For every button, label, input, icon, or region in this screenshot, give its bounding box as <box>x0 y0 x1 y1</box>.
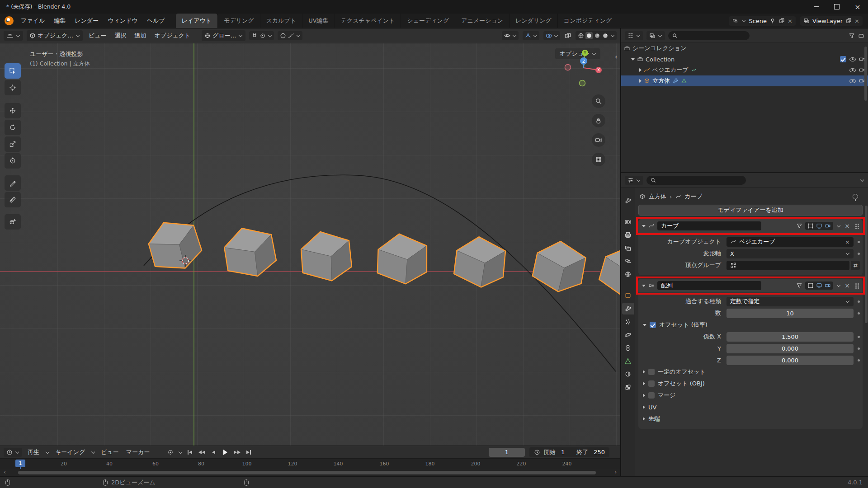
record-button[interactable] <box>166 448 175 456</box>
visibility-chevron-icon[interactable] <box>513 33 516 37</box>
tab-physics-icon[interactable] <box>622 329 634 341</box>
menu-help[interactable]: ヘルプ <box>142 14 170 28</box>
invert-vertex-group-icon[interactable]: ⇄ <box>851 261 860 270</box>
add-cube-tool[interactable] <box>5 214 21 230</box>
modifier-extras-chevron-icon[interactable] <box>837 224 840 227</box>
factor-y-field[interactable]: 0.000 <box>726 344 854 353</box>
breadcrumb-modifier[interactable]: カーブ <box>684 192 703 201</box>
sidebar-toggle-icon[interactable]: ‹ <box>615 53 618 61</box>
relative-offset-section[interactable]: オフセット (倍率) <box>638 319 860 331</box>
outliner-row-scene-collection[interactable]: シーンコレクション <box>621 43 868 54</box>
editor-type-selector[interactable] <box>4 31 23 41</box>
maximize-button[interactable] <box>826 0 847 14</box>
unlink-scene-icon[interactable]: × <box>788 18 793 24</box>
shading-wireframe-icon[interactable] <box>577 32 585 39</box>
array-modifier-header[interactable]: 配列 × <box>638 279 863 292</box>
jump-to-start-button[interactable] <box>185 448 194 456</box>
jump-to-end-button[interactable] <box>244 448 253 456</box>
shading-rendered-icon[interactable] <box>602 32 609 39</box>
overlays-icon[interactable] <box>545 32 552 39</box>
camera-view-icon[interactable] <box>592 133 605 147</box>
annotate-tool[interactable] <box>5 175 21 191</box>
outliner-row-cube[interactable]: 立方体 <box>621 75 868 86</box>
proportional-edit-icon[interactable] <box>279 32 287 39</box>
falloff-chevron-icon[interactable] <box>297 33 300 37</box>
tab-modifiers-icon[interactable] <box>622 303 634 314</box>
outliner-row-collection[interactable]: Collection <box>621 54 868 65</box>
outliner-scrollbar[interactable] <box>864 47 867 101</box>
modifier-name-field[interactable]: カーブ <box>657 221 761 230</box>
properties-filter-chevron-icon[interactable] <box>860 178 864 181</box>
gizmos-chevron-icon[interactable] <box>533 33 537 37</box>
tab-output-icon[interactable] <box>622 229 634 241</box>
rotate-tool[interactable] <box>5 120 21 135</box>
overlays-chevron-icon[interactable] <box>554 33 558 37</box>
collection-checkbox[interactable] <box>840 56 846 62</box>
new-collection-icon[interactable] <box>858 33 864 39</box>
tab-particles-icon[interactable] <box>622 316 634 328</box>
timeline-menu-keying[interactable]: キーイング <box>53 448 87 456</box>
shading-chevron-icon[interactable] <box>611 33 614 37</box>
expand-chevron-icon[interactable] <box>639 68 642 72</box>
modifier-delete-icon[interactable]: × <box>844 222 850 230</box>
animate-dot[interactable] <box>858 253 860 255</box>
scroll-right-icon[interactable]: › <box>614 469 617 475</box>
add-modifier-button[interactable]: モディファイアーを追加 <box>638 205 863 216</box>
animate-dot[interactable] <box>858 347 860 350</box>
deform-axis-dropdown[interactable]: X <box>726 249 854 258</box>
edit-mode-display-icon[interactable] <box>807 223 814 229</box>
shading-material-icon[interactable] <box>594 32 601 39</box>
clear-object-icon[interactable]: × <box>845 239 850 245</box>
pin-icon[interactable] <box>769 18 776 24</box>
play-reverse-button[interactable] <box>209 448 218 456</box>
tab-rendering[interactable]: レンダリング <box>509 14 557 28</box>
end-frame-value[interactable]: 250 <box>594 449 605 455</box>
viewport-menu-view[interactable]: ビュー <box>86 32 109 40</box>
hide-viewport-icon[interactable] <box>849 57 856 61</box>
tab-compositing[interactable]: コンポジティング <box>557 14 618 28</box>
animate-dot[interactable] <box>858 359 860 361</box>
gizmos-icon[interactable] <box>524 32 532 39</box>
shading-solid-icon[interactable] <box>585 32 593 39</box>
realtime-display-icon[interactable] <box>816 282 822 289</box>
scale-tool[interactable] <box>5 136 21 152</box>
render-display-icon[interactable] <box>825 282 831 289</box>
transform-tool[interactable] <box>5 153 21 169</box>
object-offset-section[interactable]: オフセット (OBJ) <box>638 378 860 389</box>
outliner-search-input[interactable] <box>668 31 750 40</box>
animate-dot[interactable] <box>858 312 860 314</box>
playhead-marker[interactable]: 1 <box>15 460 25 467</box>
expand-chevron-icon[interactable] <box>639 79 642 83</box>
section-chevron-icon[interactable] <box>643 324 646 326</box>
pin-icon[interactable] <box>853 194 858 199</box>
properties-scrollbar[interactable] <box>865 206 868 323</box>
tab-object-icon[interactable] <box>622 290 634 301</box>
hide-viewport-icon[interactable] <box>849 68 856 72</box>
tab-world-icon[interactable] <box>622 268 634 280</box>
timeline-menu-marker[interactable]: マーカー <box>124 448 152 456</box>
modifier-drag-handle[interactable] <box>855 223 859 229</box>
close-button[interactable]: × <box>847 0 868 14</box>
menu-file[interactable]: ファイル <box>16 14 49 28</box>
blender-logo-icon[interactable] <box>5 16 14 25</box>
vertex-filter-icon[interactable] <box>796 282 802 289</box>
start-frame-value[interactable]: 1 <box>561 449 565 455</box>
curve-modifier-header[interactable]: カーブ × <box>638 219 863 233</box>
navigation-gizmo[interactable]: Y Z X <box>563 47 604 88</box>
timeline-editor-selector[interactable] <box>4 448 22 457</box>
new-viewlayer-icon[interactable] <box>845 18 852 24</box>
animate-dot[interactable] <box>858 300 860 303</box>
section-chevron-icon[interactable] <box>643 405 645 409</box>
timeline-scrollbar[interactable]: ‹ › <box>0 469 620 476</box>
timeline-menu-playback[interactable]: 再生 <box>26 448 41 456</box>
collapse-chevron-icon[interactable] <box>631 58 635 61</box>
previous-keyframe-button[interactable] <box>197 448 206 456</box>
fit-type-dropdown[interactable]: 定数で指定 <box>726 297 854 306</box>
render-display-icon[interactable] <box>825 223 831 229</box>
count-field[interactable]: 10 <box>726 309 854 318</box>
animate-dot[interactable] <box>858 336 860 338</box>
scroll-left-icon[interactable]: ‹ <box>4 469 6 475</box>
cursor-tool[interactable] <box>5 80 21 95</box>
zoom-icon[interactable] <box>592 94 605 108</box>
outliner-editor-selector[interactable] <box>625 31 643 40</box>
